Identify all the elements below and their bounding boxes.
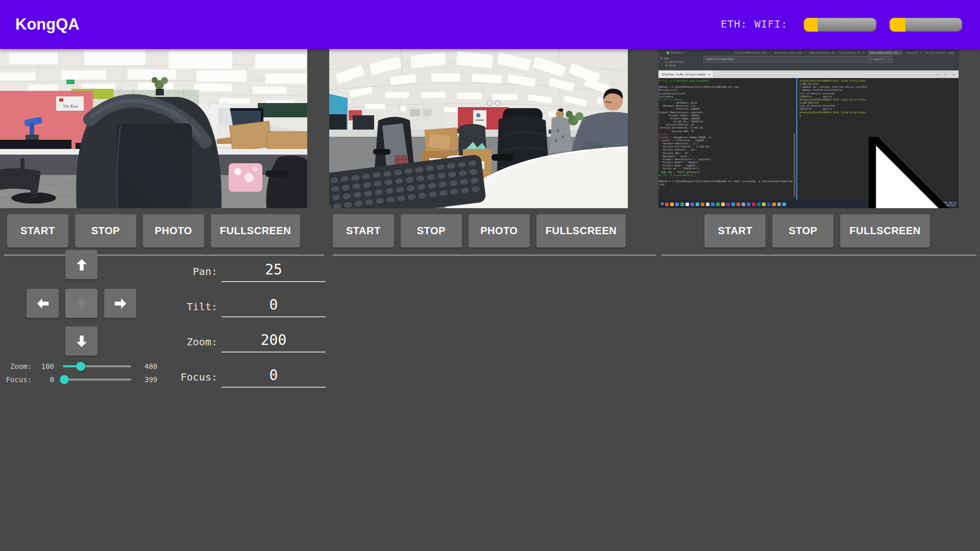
- focus-slider-min: 0: [32, 375, 54, 384]
- tilt-down-button[interactable]: [65, 327, 97, 356]
- pan-up-button[interactable]: [65, 250, 97, 279]
- camera-2-photo-button[interactable]: PHOTO: [469, 214, 530, 247]
- wifi-level-fill: [890, 18, 905, 32]
- taskbar-app-icon: [747, 203, 750, 206]
- msys-terminal: ahuang11066220934N8B01 MSYS /g/My Drive/…: [799, 80, 958, 117]
- maximize-icon: ▢: [945, 72, 947, 76]
- home-ghost-icon: [74, 296, 89, 311]
- focus-slider-label: Focus:: [0, 375, 32, 384]
- taskbar-app-icon: [767, 203, 771, 206]
- taskbar-app-icon: [670, 203, 674, 206]
- camera-1-fullscreen-button[interactable]: FULLSCREEN: [211, 214, 300, 247]
- jacket-on-chair: [76, 97, 222, 208]
- ide-tab: activity_main.xml ×: [774, 50, 806, 55]
- camera-2-stop-button[interactable]: STOP: [401, 214, 462, 247]
- zoom-slider-thumb[interactable]: [76, 362, 85, 371]
- console-text: {'error': <KongError.RANGE_ERROR: 1>, 'r…: [658, 136, 795, 174]
- camera-3-fullscreen-button[interactable]: FULLSCREEN: [840, 214, 929, 247]
- taskbar-app-icon: [691, 203, 694, 206]
- zoom-slider[interactable]: [63, 360, 131, 373]
- camera-1-separator: [4, 255, 324, 256]
- app-header: KongQA ETH: WIFI:: [0, 0, 980, 49]
- window-controls: — ▢ ✕: [937, 72, 959, 76]
- ide-search-result: 1 result ↑ ↓: [869, 57, 890, 62]
- camera-3-start-button[interactable]: START: [704, 214, 766, 247]
- taskbar-app-icon: [711, 203, 715, 206]
- zoom-field-row: Zoom:: [168, 330, 326, 353]
- zoom-input[interactable]: [222, 332, 326, 353]
- pan-right-button[interactable]: [104, 289, 136, 318]
- camera-2-scene: [329, 49, 628, 208]
- arrow-up-icon: [74, 257, 89, 272]
- focus-slider-thumb[interactable]: [60, 375, 69, 384]
- wifi-level-bar: [890, 18, 962, 32]
- camera-2-start-button[interactable]: START: [333, 214, 394, 247]
- focus-slider-track[interactable]: [63, 379, 131, 381]
- taskbar-app-icon: [706, 203, 709, 206]
- pan-input[interactable]: [222, 261, 326, 282]
- ide-tab: AndroidManifest.xml ×: [735, 50, 771, 55]
- console-text: ADBCmd = C:\EasyAVEngine\Tools\Android\A…: [658, 83, 795, 98]
- wall-clocks: [479, 101, 500, 106]
- taskbar-app-icon: [701, 203, 704, 206]
- focus-field-row: Focus:: [168, 365, 326, 388]
- camera-1-controls: START STOP PHOTO FULLSCREEN: [0, 214, 307, 247]
- pan-home-button[interactable]: [65, 289, 97, 318]
- ide-search-bar: TEMPLATE/PREVIEW 1 result ↑ ↓: [703, 56, 892, 63]
- camera-2-controls: START STOP PHOTO FULLSCREEN: [329, 214, 629, 247]
- camera-1-stop-button[interactable]: STOP: [75, 214, 136, 247]
- focus-input[interactable]: [222, 367, 326, 388]
- ide-tab: CameraView.kt ×: [839, 50, 864, 55]
- ide-editor-line: 1 }: [703, 64, 708, 67]
- eth-level-fill: [804, 18, 818, 32]
- zoom-slider-max: 480: [144, 362, 157, 370]
- tilt-input[interactable]: [222, 296, 326, 317]
- taskbar-app-icon: [726, 203, 730, 206]
- camera-3-stop-button[interactable]: STOP: [772, 214, 834, 247]
- console-window-title: IPython G:My Drive/codes: [662, 72, 706, 76]
- tab-close-icon: ×: [708, 72, 710, 76]
- zoom-field-label: Zoom:: [168, 336, 217, 353]
- console-text: Hardware: qcom Hardware Revision: 2.1 Pl…: [658, 102, 795, 133]
- ide-tab: CameraOperator.kt ×: [868, 50, 903, 55]
- taskbar-app-icon: [772, 203, 776, 206]
- pan-field-label: Pan:: [168, 265, 217, 282]
- camera-2-fullscreen-button[interactable]: FULLSCREEN: [536, 214, 626, 247]
- pan-left-button[interactable]: [27, 289, 59, 318]
- tilt-field-label: Tilt:: [168, 300, 217, 317]
- taskbar-app-icon: [680, 203, 684, 206]
- taskbar-app-icon: [716, 203, 720, 206]
- camera-3-view: Android ▾ AndroidManifest.xml ×activity_…: [658, 49, 959, 208]
- close-icon: ✕: [952, 72, 954, 76]
- ide-window: Android ▾ AndroidManifest.xml ×activity_…: [658, 49, 959, 70]
- taskbar-app-icon: [696, 203, 699, 206]
- focus-slider-row: Focus: 0 399: [0, 373, 157, 386]
- taskbar-app-icon: [675, 203, 679, 206]
- mouse-cursor-icon: [777, 137, 959, 208]
- console-window-titlebar: IPython G:My Drive/codes × — ▢ ✕: [658, 70, 959, 78]
- focus-field-label: Focus:: [168, 371, 217, 388]
- terminal-text: $ adb devices List of devices attached 9…: [799, 102, 958, 111]
- ipython-console: In [3]: k = RobotRun.kong.KongADB() ADBC…: [658, 80, 795, 189]
- console-window-tab: IPython G:My Drive/codes ×: [658, 70, 714, 78]
- camera-1-view: Vic Kao: [0, 49, 307, 208]
- name-sign: Vic Kao: [56, 96, 84, 111]
- taskbar-icons: [665, 203, 786, 206]
- console-text: ADBCmd = C:\EasyAVEngine\Tools\Android\A…: [658, 177, 795, 190]
- camera-1-scene: Vic Kao: [0, 49, 307, 208]
- minimize-icon: —: [937, 72, 939, 76]
- camera-1-start-button[interactable]: START: [7, 214, 68, 247]
- eth-label: ETH:: [721, 18, 747, 30]
- tilt-field-row: Tilt:: [168, 295, 326, 317]
- pan-field-row: Pan:: [168, 260, 326, 282]
- taskbar-app-icon: [742, 203, 745, 206]
- ide-tab: MainActivity.kt: [810, 50, 835, 55]
- camera-1-photo-button[interactable]: PHOTO: [143, 214, 204, 247]
- taskbar-app-icon: [757, 203, 761, 206]
- app-root: KongQA ETH: WIFI:: [0, 0, 980, 551]
- ide-search-text: TEMPLATE/PREVIEW: [706, 57, 733, 62]
- focus-slider[interactable]: [63, 373, 131, 386]
- taskbar-app-icon: [762, 203, 766, 206]
- zoom-slider-row: Zoom: 100 480: [0, 360, 157, 373]
- terminal-text: $: [799, 114, 958, 117]
